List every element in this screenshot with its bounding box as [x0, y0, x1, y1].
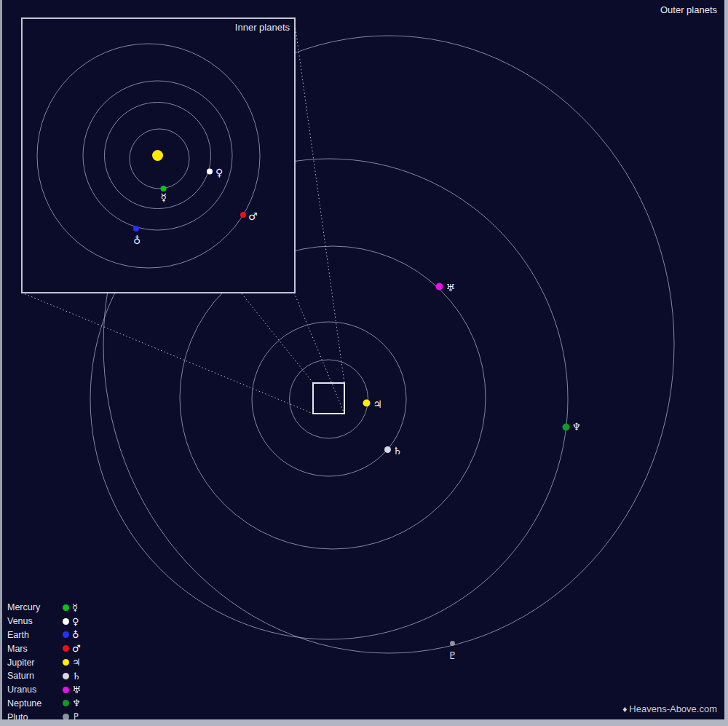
right-border	[724, 0, 728, 726]
orbits-svg: ♃♄♅♆♇☿♀♁♂Inner planets	[0, 0, 728, 726]
legend-row-venus: Venus♀	[7, 615, 81, 628]
legend-row-uranus: Uranus♅	[7, 683, 81, 697]
legend-name: Mercury	[7, 602, 63, 612]
legend-row-earth: Earth♁	[7, 628, 81, 642]
legend-name: Venus	[7, 616, 63, 626]
legend-symbol: ♄	[72, 671, 81, 681]
legend-name: Uranus	[7, 684, 63, 695]
zoom-connector-line	[294, 293, 344, 414]
legend-name: Saturn	[7, 671, 63, 681]
legend-name: Neptune	[7, 698, 63, 709]
legend-row-mercury: Mercury☿	[7, 601, 81, 615]
planet-symbol-mars: ♂	[248, 210, 258, 222]
legend-symbol: ♅	[72, 685, 81, 695]
legend-name: Mars	[7, 644, 63, 654]
solar-system-chart: ♃♄♅♆♇☿♀♁♂Inner planets Outer planets Mer…	[0, 0, 728, 726]
planet-dot-neptune	[563, 424, 570, 431]
planet-dot-venus	[207, 169, 213, 175]
inner-planets-inset: ☿♀♁♂Inner planets	[22, 18, 295, 293]
planet-symbol-jupiter: ♃	[373, 398, 383, 410]
watermark: ♦Heavens-Above.com	[622, 703, 717, 714]
orbit-jupiter	[290, 360, 368, 438]
legend-symbol: ♆	[72, 698, 81, 708]
planet-symbol-uranus: ♅	[446, 282, 456, 293]
zoom-connector-line	[294, 18, 344, 383]
legend-dot	[63, 700, 69, 706]
outer-planets-label: Outer planets	[660, 4, 717, 15]
planet-symbol-pluto: ♇	[448, 650, 458, 661]
legend-symbol: ♀	[72, 617, 79, 626]
heavens-above-logo-icon: ♦	[622, 704, 627, 714]
legend-symbol: ♁	[72, 630, 79, 639]
legend-dot	[63, 618, 69, 625]
planet-symbol-earth: ♁	[133, 234, 141, 246]
planet-symbol-saturn: ♄	[393, 445, 403, 457]
legend-row-saturn: Saturn♄	[7, 669, 81, 683]
legend-dot	[63, 604, 69, 611]
inner-planets-label: Inner planets	[235, 22, 290, 33]
planet-dot-jupiter	[363, 400, 371, 407]
legend-row-jupiter: Jupiter♃	[7, 655, 81, 669]
legend-name: Jupiter	[7, 658, 63, 668]
legend-dot	[63, 687, 69, 693]
orbit-saturn	[252, 322, 406, 476]
planet-dot-saturn	[384, 446, 391, 453]
planet-symbol-venus: ♀	[215, 167, 223, 178]
legend-dot	[63, 645, 69, 652]
legend-symbol: ♃	[72, 658, 81, 667]
legend-row-neptune: Neptune♆	[7, 697, 81, 711]
legend-dot	[63, 631, 69, 638]
legend-row-mars: Mars♂	[7, 642, 81, 655]
legend-symbol: ♂	[72, 644, 81, 653]
legend-symbol: ☿	[72, 603, 78, 612]
planet-dot-mercury	[161, 186, 167, 192]
planet-symbol-neptune: ♆	[572, 421, 582, 433]
zoom-connector-line	[22, 293, 313, 414]
planet-dot-mars	[240, 212, 246, 218]
planet-legend: Mercury☿Venus♀Earth♁Mars♂Jupiter♃Saturn♄…	[7, 601, 81, 724]
legend-dot	[63, 659, 69, 666]
watermark-text: Heavens-Above.com	[629, 703, 717, 714]
sun-dot	[152, 150, 163, 161]
planet-dot-uranus	[436, 283, 443, 291]
left-border	[0, 0, 2, 726]
planet-symbol-mercury: ☿	[161, 192, 167, 203]
legend-dot	[63, 673, 69, 679]
legend-name: Earth	[7, 630, 63, 640]
inner-planets-zoom-box	[313, 383, 344, 414]
bottom-border	[0, 719, 728, 726]
planet-dot-pluto	[450, 641, 455, 646]
planet-dot-earth	[133, 226, 139, 232]
